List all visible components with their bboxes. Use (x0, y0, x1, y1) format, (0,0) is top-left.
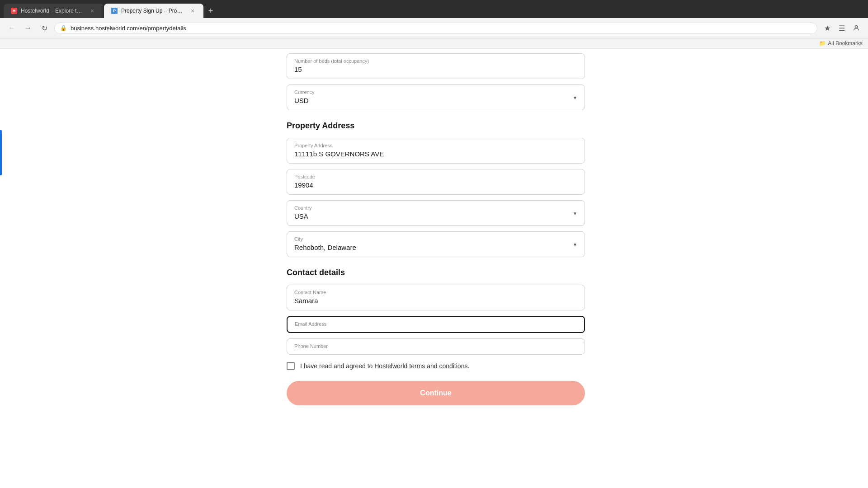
address-field-group: Property Address 11111b S GOVERNORS AVE (287, 138, 585, 164)
tab-close-property[interactable]: × (189, 7, 196, 14)
contact-name-field-group: Contact Name Samara (287, 285, 585, 310)
main-content: Number of beds (total occupancy) 15 Curr… (4, 49, 868, 488)
postcode-value: 19904 (294, 181, 313, 189)
terms-label: I have read and agreed to Hostelworld te… (300, 362, 469, 370)
address-bar[interactable]: 🔒 business.hostelworld.com/en/propertyde… (54, 23, 817, 34)
contact-name-value: Samara (294, 297, 318, 305)
terms-text: I have read and agreed to (300, 362, 374, 370)
currency-field-group: Currency USD (287, 84, 585, 110)
page-content: Number of beds (total occupancy) 15 Curr… (0, 49, 868, 488)
contact-name-label: Contact Name (294, 290, 577, 295)
tab-property-signup[interactable]: P Property Sign Up – Property an... × (104, 4, 203, 18)
lock-icon: 🔒 (60, 25, 67, 31)
phone-field-group: Phone Number (287, 338, 585, 355)
reading-list-button[interactable]: ☰ (835, 22, 848, 34)
beds-value: 15 (294, 66, 302, 73)
country-label: Country (294, 205, 577, 211)
email-field-wrapper[interactable]: Email Address (287, 316, 585, 333)
tab-bar: H Hostelworld – Explore the worl... × P … (0, 0, 868, 18)
country-field-wrapper[interactable]: Country USA (287, 200, 585, 226)
forward-button[interactable]: → (22, 22, 34, 34)
postcode-label: Postcode (294, 174, 577, 179)
folder-icon: 📁 (819, 40, 826, 47)
country-field-group: Country USA (287, 200, 585, 226)
city-label: City (294, 236, 577, 242)
address-field-wrapper[interactable]: Property Address 11111b S GOVERNORS AVE (287, 138, 585, 164)
nav-actions: ★ ☰ (821, 22, 863, 34)
tab-favicon-property: P (111, 8, 118, 14)
contact-details-heading: Contact details (287, 268, 585, 277)
email-field-group: Email Address (287, 316, 585, 333)
tab-hostelworld[interactable]: H Hostelworld – Explore the worl... × (4, 4, 103, 18)
bookmark-button[interactable]: ★ (821, 22, 834, 34)
tab-title-property: Property Sign Up – Property an... (121, 8, 185, 14)
address-label: Property Address (294, 143, 577, 148)
currency-field-wrapper[interactable]: Currency USD (287, 84, 585, 110)
all-bookmarks-folder[interactable]: 📁 All Bookmarks (819, 40, 863, 47)
postcode-field-wrapper[interactable]: Postcode 19904 (287, 169, 585, 195)
beds-field-group: Number of beds (total occupancy) 15 (287, 53, 585, 79)
city-value: Rehoboth, Delaware (294, 244, 356, 251)
tab-favicon-hostelworld: H (11, 8, 17, 14)
tab-close-hostelworld[interactable]: × (89, 7, 96, 14)
browser-chrome: H Hostelworld – Explore the worl... × P … (0, 0, 868, 49)
beds-field-wrapper: Number of beds (total occupancy) 15 (287, 53, 585, 79)
terms-checkbox-row: I have read and agreed to Hostelworld te… (287, 362, 585, 370)
contact-name-field-wrapper[interactable]: Contact Name Samara (287, 285, 585, 310)
city-field-group: City Rehoboth, Delaware (287, 231, 585, 257)
svg-point-0 (855, 26, 857, 28)
country-value: USA (294, 212, 308, 220)
tab-title-hostelworld: Hostelworld – Explore the worl... (21, 8, 85, 14)
city-field-wrapper[interactable]: City Rehoboth, Delaware (287, 231, 585, 257)
all-bookmarks-label: All Bookmarks (828, 40, 863, 47)
terms-link[interactable]: Hostelworld terms and conditions (374, 362, 467, 370)
phone-field-wrapper[interactable]: Phone Number (287, 338, 585, 355)
phone-label: Phone Number (294, 343, 577, 349)
beds-label: Number of beds (total occupancy) (294, 58, 577, 64)
nav-bar: ← → ↻ 🔒 business.hostelworld.com/en/prop… (0, 18, 868, 38)
currency-value: USD (294, 97, 309, 104)
incognito-button[interactable] (850, 22, 863, 34)
property-address-heading: Property Address (287, 121, 585, 131)
continue-button[interactable]: Continue (287, 381, 585, 405)
address-text: business.hostelworld.com/en/propertydeta… (71, 25, 811, 32)
currency-label: Currency (294, 89, 577, 95)
terms-period: . (467, 362, 469, 370)
reload-button[interactable]: ↻ (38, 22, 51, 34)
postcode-field-group: Postcode 19904 (287, 169, 585, 195)
new-tab-button[interactable]: + (204, 5, 217, 17)
email-label: Email Address (295, 321, 577, 327)
back-button[interactable]: ← (5, 22, 18, 34)
terms-checkbox[interactable] (287, 362, 295, 370)
bookmark-bar: 📁 All Bookmarks (0, 38, 868, 49)
form-container: Number of beds (total occupancy) 15 Curr… (287, 49, 585, 405)
address-value: 11111b S GOVERNORS AVE (294, 150, 384, 158)
